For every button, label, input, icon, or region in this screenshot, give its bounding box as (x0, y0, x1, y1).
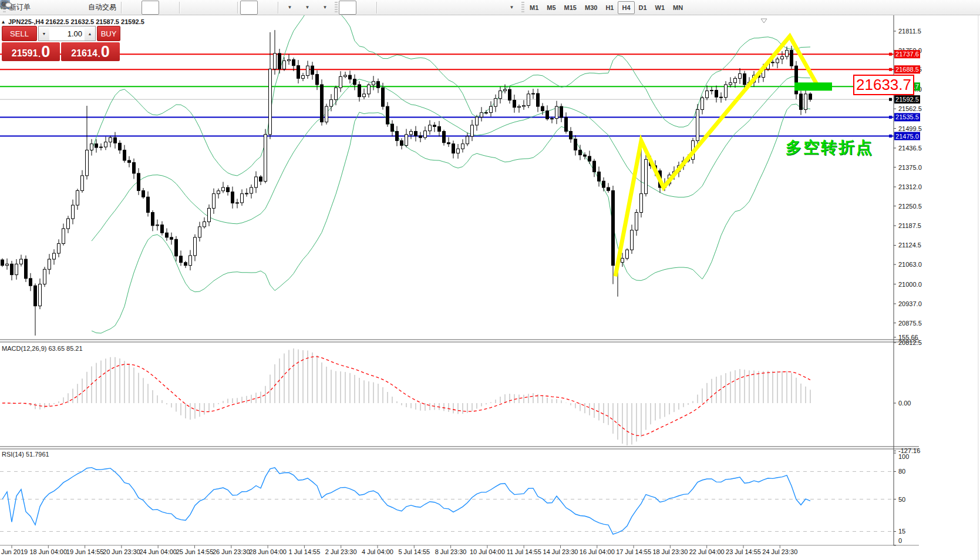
autotrading-button[interactable]: 自动交易 (86, 1, 119, 15)
timeframe-m15[interactable]: M15 (560, 1, 581, 14)
dropdown-arrow-icon: ▼ (305, 5, 310, 10)
candle-body (321, 85, 324, 122)
candle-body (490, 106, 493, 112)
candle-body (245, 193, 248, 194)
crosshair-tool-button[interactable] (356, 1, 374, 15)
vertical-line-tool[interactable] (379, 1, 397, 15)
price-callout-box[interactable]: 21633.7 (853, 75, 914, 95)
accounts-button[interactable] (50, 1, 68, 15)
candle-body (119, 143, 122, 150)
candle-body (95, 144, 98, 147)
timeframe-w1[interactable]: W1 (651, 1, 669, 14)
cursor-tool-button[interactable] (339, 1, 356, 15)
horizontal-line-tool[interactable] (397, 1, 415, 15)
sell-button[interactable]: SELL (2, 26, 37, 41)
candle-body (593, 161, 596, 172)
bar-chart-button[interactable] (124, 1, 142, 15)
candle-body (368, 85, 371, 94)
candle-body (231, 192, 234, 203)
line-chart-button[interactable] (159, 1, 177, 15)
candle-body (208, 208, 211, 222)
price-tick-label: 20937.0 (898, 300, 922, 307)
timeframe-m1[interactable]: M1 (526, 1, 543, 14)
text-label-tool[interactable]: T (485, 1, 503, 15)
trendline-tool[interactable] (415, 1, 432, 15)
price-tick-label: 21063.0 (898, 261, 922, 268)
candle-body (410, 132, 413, 135)
candle-body (607, 187, 610, 190)
candle-body (419, 136, 422, 138)
candle-body (499, 91, 502, 99)
timeframe-h1[interactable]: H1 (601, 1, 618, 14)
candle-body (227, 187, 230, 192)
candle-body (720, 97, 723, 98)
dropdown-arrow-icon: ▼ (510, 5, 514, 10)
rsi-tick-label: 80 (898, 468, 905, 475)
macd-tick-label: 155.66 (898, 334, 918, 341)
candle-body (635, 213, 638, 230)
candle-body (560, 106, 563, 118)
chat-icon[interactable] (0, 0, 12, 9)
candle-body (349, 75, 352, 79)
turning-point-annotation[interactable]: 多空转折点 (786, 137, 885, 158)
dropdown-arrow-icon: ▼ (323, 5, 328, 10)
separator (179, 2, 180, 14)
candle-body (236, 203, 239, 203)
candlestick-chart-button[interactable] (142, 1, 159, 15)
text-tool[interactable]: A (467, 1, 485, 15)
sell-price-dec: 0 (41, 44, 50, 60)
indicators-button[interactable]: ▼ (281, 1, 298, 15)
equidistant-channel-tool[interactable]: E (432, 1, 450, 15)
volume-down-button[interactable]: ▼ (39, 26, 49, 41)
highlight-box-annotation[interactable] (794, 82, 832, 90)
candle-body (81, 176, 84, 190)
volume-up-button[interactable]: ▲ (85, 26, 95, 41)
candle-body (292, 60, 295, 66)
candle-body (504, 89, 507, 90)
candle-body (476, 117, 479, 125)
timeframe-mn[interactable]: MN (669, 1, 687, 14)
candle-body (213, 194, 215, 209)
candle-body (203, 222, 206, 227)
chart-canvas[interactable]: 21811.521750.021688.521624.021562.521499… (0, 15, 980, 560)
main-toolbar: 新订单 自动交易 (0, 0, 980, 15)
price-tick-label: 21375.0 (898, 164, 922, 171)
volume-input[interactable] (49, 26, 85, 41)
auto-scroll-button[interactable] (240, 1, 258, 15)
candle-body (114, 138, 117, 143)
candle-body (471, 125, 474, 136)
arrows-tool[interactable]: ▼ (503, 1, 520, 15)
badge-connector (889, 53, 892, 56)
candle-body (739, 73, 742, 78)
candle-body (288, 60, 291, 61)
market-watch-button[interactable] (33, 1, 50, 15)
candle-body (541, 106, 544, 110)
buy-price[interactable]: 21614 . 0 (61, 42, 120, 61)
time-tick-label: 2 Jul 23:30 (325, 548, 357, 555)
candle-body (180, 256, 183, 263)
buy-price-int: 21614 (71, 47, 97, 60)
symbol-caret-icon: ▴ (2, 18, 5, 25)
timeframe-m30[interactable]: M30 (581, 1, 601, 14)
candle-body (715, 90, 718, 98)
zoom-in-button[interactable] (182, 1, 200, 15)
time-tick-label: 1 Jul 14:55 (288, 548, 320, 555)
zoom-out-button[interactable] (200, 1, 217, 15)
candle-body (734, 78, 737, 82)
candle-body (25, 259, 28, 279)
tile-windows-button[interactable] (217, 1, 235, 15)
signals-button[interactable] (68, 1, 86, 15)
periods-button[interactable]: ▼ (298, 1, 316, 15)
candle-body (278, 53, 281, 69)
timeframe-d1[interactable]: D1 (635, 1, 651, 14)
candle-body (452, 144, 455, 153)
timeframe-m5[interactable]: M5 (543, 1, 560, 14)
sell-price[interactable]: 21591 . 0 (2, 42, 60, 61)
candle-body (584, 155, 587, 156)
price-tick-label: 21562.5 (898, 105, 922, 112)
timeframe-h4[interactable]: H4 (618, 1, 634, 14)
chart-shift-button[interactable] (258, 1, 275, 15)
fibonacci-tool[interactable]: F (450, 1, 467, 15)
templates-button[interactable]: ▼ (316, 1, 334, 15)
buy-button[interactable]: BUY (97, 26, 120, 41)
